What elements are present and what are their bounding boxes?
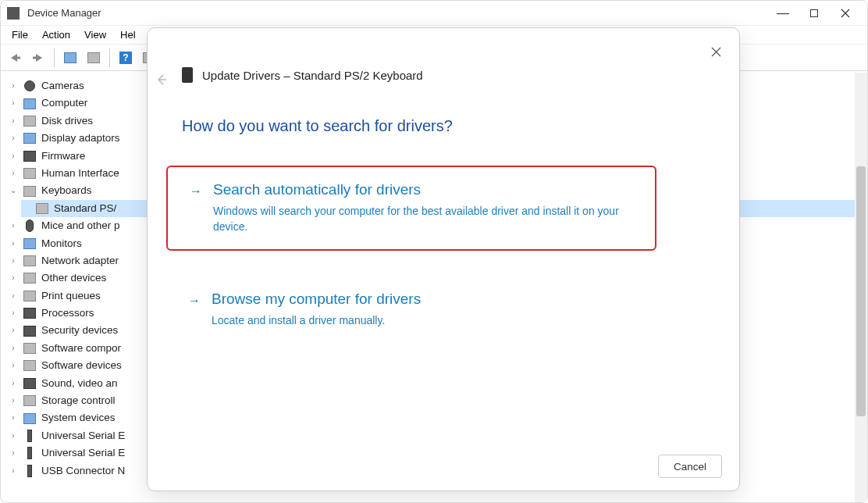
chevron-right-icon: › (9, 148, 18, 165)
keyboard-icon (35, 202, 49, 216)
svg-rect-1 (16, 56, 20, 59)
chevron-right-icon: › (9, 462, 18, 480)
svg-rect-2 (33, 56, 37, 59)
arrow-left-icon (8, 52, 22, 63)
chevron-down-icon: ⌄ (9, 182, 18, 199)
dialog-close-button[interactable] (705, 41, 727, 62)
chevron-right-icon: › (9, 340, 18, 357)
svg-text:?: ? (123, 52, 128, 63)
update-drivers-dialog: Update Drivers – Standard PS/2 Keyboard … (147, 27, 740, 491)
firmware-icon (23, 149, 37, 163)
printer-icon (23, 289, 37, 303)
monitor-icon (23, 237, 37, 251)
toolbar-button-1[interactable] (59, 47, 81, 69)
chevron-right-icon: › (9, 392, 18, 409)
usb-icon (23, 464, 37, 478)
dialog-footer: Cancel (658, 455, 722, 478)
help-button[interactable]: ? (115, 47, 137, 69)
titlebar: Device Manager — (1, 1, 867, 26)
other-icon (23, 271, 37, 285)
maximize-button[interactable] (799, 2, 830, 24)
toolbar-button-2[interactable] (83, 47, 105, 69)
maximize-icon (809, 9, 819, 18)
network-icon (23, 254, 37, 268)
menu-file[interactable]: File (5, 27, 34, 42)
chevron-right-icon: › (9, 165, 18, 182)
security-icon (23, 324, 37, 338)
dialog-prompt: How do you want to search for drivers? (182, 117, 453, 135)
usb-icon (23, 429, 37, 443)
chevron-right-icon: › (9, 95, 18, 112)
keyboard-icon (23, 184, 37, 198)
hid-icon (23, 166, 37, 180)
vertical-scrollbar[interactable] (855, 73, 867, 502)
chevron-right-icon: › (9, 217, 18, 234)
storage-icon (23, 394, 37, 408)
arrow-right-icon (31, 52, 45, 63)
close-button[interactable] (830, 2, 861, 24)
chevron-right-icon: › (9, 112, 18, 130)
keyboard-icon (182, 67, 193, 83)
chevron-right-icon: › (9, 409, 18, 426)
nav-back-button[interactable] (4, 47, 26, 69)
cpu-icon (23, 306, 37, 320)
panel-icon (87, 52, 100, 63)
chevron-right-icon: › (9, 375, 18, 392)
chevron-right-icon: › (9, 444, 18, 462)
mouse-icon (23, 219, 37, 233)
minimize-button[interactable]: — (767, 2, 799, 24)
camera-icon (23, 79, 37, 93)
dialog-back-button[interactable] (155, 73, 168, 86)
option-title: Browse my computer for drivers (212, 291, 635, 308)
arrow-right-icon: → (188, 294, 201, 308)
cancel-button[interactable]: Cancel (658, 455, 722, 478)
chevron-right-icon: › (9, 287, 18, 305)
dialog-header: Update Drivers – Standard PS/2 Keyboard (148, 28, 739, 78)
help-icon: ? (119, 51, 133, 65)
toolbar-separator (54, 48, 55, 67)
chevron-right-icon: › (9, 427, 18, 444)
chevron-right-icon: › (9, 357, 18, 374)
close-icon (841, 9, 850, 18)
usb-icon (23, 446, 37, 460)
arrow-left-icon (155, 73, 168, 86)
display-icon (23, 131, 37, 145)
disk-icon (23, 114, 37, 128)
arrow-right-icon: → (190, 184, 202, 198)
toolbar-separator (109, 48, 110, 67)
option-title: Search automatically for drivers (213, 181, 633, 198)
software-icon (23, 341, 37, 355)
menu-action[interactable]: Action (36, 27, 76, 42)
system-icon (23, 412, 37, 426)
grid-icon (64, 52, 76, 63)
window-title: Device Manager (27, 7, 767, 19)
sound-icon (23, 376, 37, 391)
chevron-right-icon: › (9, 77, 18, 95)
close-icon (711, 47, 721, 57)
chevron-right-icon: › (9, 130, 18, 147)
svg-rect-0 (811, 9, 818, 16)
chevron-right-icon: › (9, 235, 18, 252)
option-description: Locate and install a driver manually. (212, 312, 635, 328)
chevron-right-icon: › (9, 305, 18, 322)
software-icon (23, 359, 37, 373)
option-search-automatically[interactable]: → Search automatically for drivers Windo… (166, 166, 656, 251)
nav-forward-button[interactable] (27, 47, 49, 69)
chevron-right-icon: › (9, 322, 18, 339)
chevron-right-icon: › (9, 269, 18, 287)
option-browse-computer[interactable]: → Browse my computer for drivers Locate … (166, 276, 656, 342)
scrollbar-thumb[interactable] (856, 166, 866, 416)
menu-view[interactable]: View (78, 27, 112, 42)
app-icon (7, 7, 20, 20)
menu-help[interactable]: Hel (114, 27, 142, 42)
chevron-right-icon: › (9, 252, 18, 269)
option-description: Windows will search your computer for th… (213, 203, 633, 235)
dialog-title: Update Drivers – Standard PS/2 Keyboard (202, 69, 423, 82)
computer-icon (23, 97, 37, 111)
